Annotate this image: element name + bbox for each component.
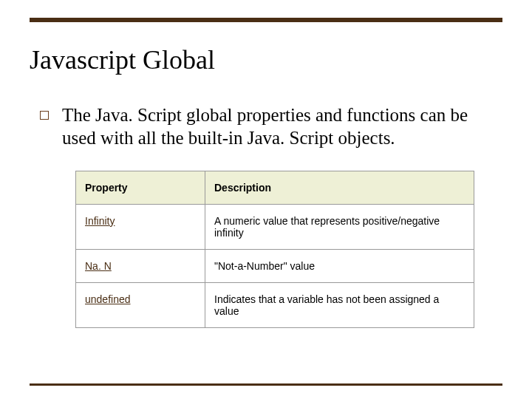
bottom-divider — [30, 383, 502, 386]
page-title: Javascript Global — [30, 44, 215, 75]
property-link[interactable]: Na. N — [85, 260, 112, 272]
table-row: Infinity A numeric value that represents… — [76, 204, 474, 249]
column-header-property: Property — [76, 171, 205, 204]
slide: Javascript Global The Java. Script globa… — [0, 0, 532, 399]
slide-body: The Java. Script global properties and f… — [40, 103, 492, 328]
description-cell: A numeric value that represents positive… — [205, 204, 474, 249]
property-cell: Infinity — [76, 204, 205, 249]
bullet-text: The Java. Script global properties and f… — [62, 103, 492, 150]
description-cell: "Not-a-Number" value — [205, 249, 474, 282]
properties-table: Property Description Infinity A numeric … — [75, 171, 474, 328]
table-row: Na. N "Not-a-Number" value — [76, 249, 474, 282]
square-bullet-icon — [40, 111, 49, 120]
property-link[interactable]: Infinity — [85, 215, 115, 227]
top-divider — [30, 18, 502, 22]
bullet-item: The Java. Script global properties and f… — [40, 103, 492, 150]
table-row: undefined Indicates that a variable has … — [76, 282, 474, 327]
property-cell: Na. N — [76, 249, 205, 282]
table-header-row: Property Description — [76, 171, 474, 204]
property-link[interactable]: undefined — [85, 293, 131, 305]
property-cell: undefined — [76, 282, 205, 327]
description-cell: Indicates that a variable has not been a… — [205, 282, 474, 327]
column-header-description: Description — [205, 171, 474, 204]
